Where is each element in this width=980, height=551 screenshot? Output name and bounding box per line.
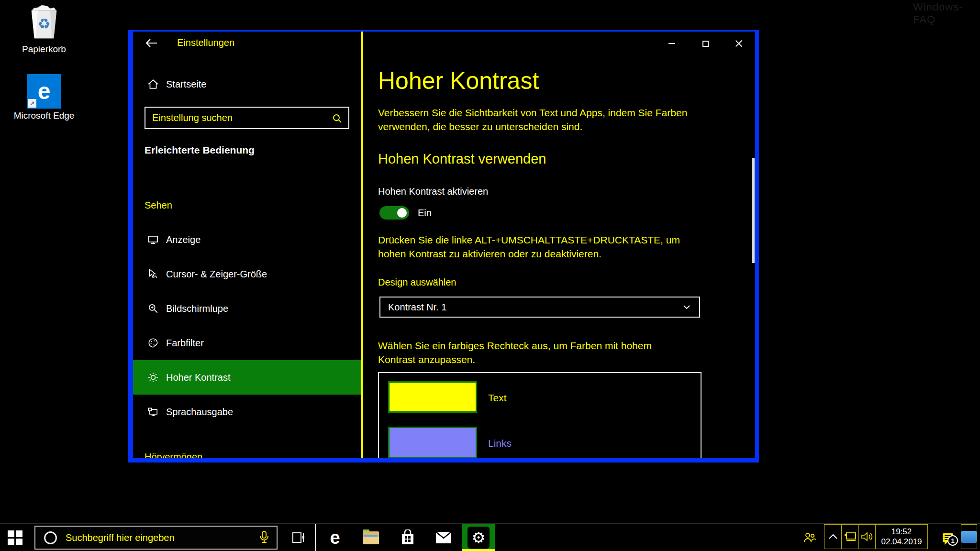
design-dropdown[interactable]: Kontrast Nr. 1: [379, 297, 700, 318]
tray-people-button[interactable]: [800, 524, 819, 551]
section-heading: Hohen Kontrast verwenden: [378, 151, 546, 167]
home-icon: [147, 78, 159, 90]
mail-icon: [435, 531, 452, 544]
maximize-button[interactable]: [694, 33, 716, 54]
design-select-label: Design auswählen: [378, 277, 456, 288]
edge-tile: e ↗: [27, 74, 61, 109]
swatch-text-label: Text: [488, 392, 507, 404]
task-view-button[interactable]: [285, 524, 312, 551]
desktop-icon-recycle-bin[interactable]: ♻ Papierkorb: [8, 5, 80, 55]
windows-logo-icon: [8, 530, 22, 545]
settings-search-input[interactable]: [145, 108, 348, 128]
magnifier-plus-icon: [147, 303, 159, 314]
monitor-icon: [147, 234, 159, 245]
minimize-button[interactable]: [661, 33, 683, 54]
desktop-watermark: Windows-FAQ: [913, 1, 980, 26]
design-dropdown-value: Kontrast Nr. 1: [388, 302, 682, 313]
brightness-sun-icon: [147, 372, 159, 383]
blue-window-icon: [961, 531, 977, 543]
taskbar-settings-button[interactable]: ⚙: [462, 524, 495, 551]
hotkey-hint: Drücken Sie die linke ALT-+UMSCHALTTASTE…: [378, 233, 708, 261]
clock-date: 02.04.2019: [881, 537, 922, 547]
notification-count-badge: 1: [947, 535, 958, 546]
tray-overflow-button[interactable]: [824, 524, 842, 549]
sidebar-item-sprachausgabe[interactable]: Sprachausgabe: [133, 395, 361, 429]
toggle-state-label: Ein: [418, 208, 432, 219]
page-description: Verbessern Sie die Sichtbarkeit von Text…: [378, 106, 691, 133]
store-icon: [400, 529, 415, 546]
tray-clock[interactable]: 19:52 02.04.2019: [875, 524, 928, 549]
swatch-hint: Wählen Sie ein farbiges Rechteck aus, um…: [378, 339, 691, 366]
file-explorer-icon: [363, 531, 379, 544]
sidebar-item-hoher-kontrast[interactable]: Hoher Kontrast: [133, 360, 361, 395]
settings-window: Einstellungen Startseite Erleichterte Be…: [128, 30, 759, 463]
chevron-up-icon: [828, 533, 838, 540]
microphone-icon[interactable]: [258, 530, 270, 545]
high-contrast-toggle[interactable]: [379, 206, 409, 220]
tray-notification-button[interactable]: 1: [942, 532, 953, 544]
tray-network-button[interactable]: [841, 524, 859, 549]
taskbar-store-button[interactable]: [393, 524, 422, 551]
sidebar-item-farbfilter[interactable]: Farbfilter: [133, 326, 361, 360]
edge-icon: e: [330, 528, 340, 548]
sidebar-group-heading-clipped: Hörvermögen: [145, 452, 202, 458]
search-icon[interactable]: [332, 113, 343, 124]
gear-icon: ⚙: [472, 530, 486, 545]
recycle-bin-icon: ♻: [28, 5, 60, 40]
taskbar-edge-button[interactable]: e: [321, 524, 349, 551]
sidebar-item-label: Hoher Kontrast: [166, 372, 231, 383]
swatch-text[interactable]: [388, 381, 477, 413]
sidebar-item-label: Sprachausgabe: [166, 407, 233, 418]
color-swatch-panel: Text Links: [378, 372, 702, 458]
desktop-icon-label: Papierkorb: [8, 44, 80, 55]
toggle-label: Hohen Kontrast aktivieren: [378, 186, 488, 197]
taskbar: Suchbegriff hier eingeben e: [0, 523, 980, 551]
svg-text:♻: ♻: [38, 16, 51, 32]
sidebar-item-label: Farbfilter: [166, 338, 204, 349]
page-title: Hoher Kontrast: [378, 67, 539, 95]
swatch-links[interactable]: [388, 427, 477, 458]
speaker-icon: [861, 531, 873, 542]
sidebar-item-label: Startseite: [166, 79, 206, 90]
sidebar-item-label: Cursor- & Zeiger-Größe: [166, 269, 267, 280]
tray-show-desktop-button[interactable]: [961, 524, 977, 549]
settings-sidebar: Einstellungen Startseite Erleichterte Be…: [133, 32, 361, 458]
desktop-icon-label: Microsoft Edge: [8, 110, 80, 121]
window-title: Einstellungen: [177, 37, 234, 48]
people-icon: [802, 531, 817, 544]
close-button[interactable]: [728, 33, 750, 54]
task-view-icon: [291, 530, 306, 545]
back-arrow-icon: [145, 37, 159, 49]
tray-volume-button[interactable]: [858, 524, 876, 549]
chevron-down-icon: [682, 302, 691, 312]
settings-tile: ⚙: [468, 527, 490, 549]
shortcut-arrow-icon: ↗: [28, 99, 36, 108]
network-icon: [844, 531, 857, 542]
desktop-icon-microsoft-edge[interactable]: e ↗ Microsoft Edge: [8, 74, 80, 121]
sidebar-group-heading: Sehen: [145, 200, 172, 211]
sidebar-item-cursor-zeiger[interactable]: Cursor- & Zeiger-Größe: [133, 257, 361, 291]
swatch-links-label: Links: [488, 438, 512, 449]
cursor-icon: [147, 268, 159, 280]
taskbar-mail-button[interactable]: [429, 524, 458, 551]
start-button[interactable]: [0, 524, 30, 551]
settings-search-box: [145, 107, 349, 129]
palette-icon: [147, 337, 159, 349]
taskbar-search-box[interactable]: Suchbegriff hier eingeben: [34, 526, 278, 550]
desktop: Windows-FAQ ♻ Papierkorb e ↗ Microsoft E…: [0, 0, 980, 551]
edge-logo-icon: e: [38, 80, 51, 103]
sidebar-item-home[interactable]: Startseite: [133, 72, 361, 96]
close-icon: [735, 40, 743, 47]
back-button[interactable]: [145, 37, 162, 50]
narrator-icon: [147, 406, 159, 418]
minimize-icon: [668, 43, 675, 44]
taskbar-explorer-button[interactable]: [356, 524, 385, 551]
sidebar-item-label: Bildschirmlupe: [166, 303, 228, 314]
taskbar-search-placeholder: Suchbegriff hier eingeben: [66, 532, 258, 543]
sidebar-section-title: Erleichterte Bedienung: [145, 144, 255, 156]
scrollbar-thumb[interactable]: [752, 158, 755, 263]
sidebar-item-anzeige[interactable]: Anzeige: [133, 222, 361, 257]
clock-time: 19:52: [881, 527, 922, 537]
sidebar-item-bildschirmlupe[interactable]: Bildschirmlupe: [133, 291, 361, 326]
taskbar-separator: [315, 524, 316, 551]
